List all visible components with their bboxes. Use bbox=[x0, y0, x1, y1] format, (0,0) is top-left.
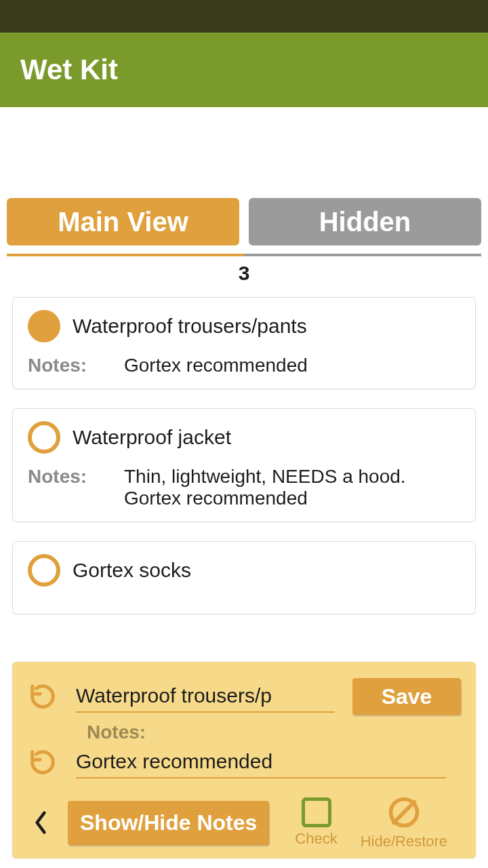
checked-icon[interactable] bbox=[28, 310, 60, 342]
notes-text: Thin, lightweight, NEEDS a hood. Gortex … bbox=[124, 466, 460, 509]
app-bar: Wet Kit bbox=[0, 33, 488, 107]
item-count: 3 bbox=[7, 256, 481, 297]
save-button[interactable]: Save bbox=[352, 678, 461, 715]
item-list: Waterproof trousers/pants Notes: Gortex … bbox=[0, 297, 488, 614]
list-item[interactable]: Gortex socks bbox=[12, 541, 476, 614]
list-item[interactable]: Waterproof trousers/pants Notes: Gortex … bbox=[12, 297, 476, 389]
item-title: Waterproof trousers/pants bbox=[73, 315, 307, 338]
item-title: Gortex socks bbox=[73, 559, 191, 582]
tabs: Main View Hidden bbox=[7, 198, 481, 245]
svg-line-1 bbox=[394, 802, 414, 823]
notes-label: Notes: bbox=[28, 355, 124, 376]
tab-main-view[interactable]: Main View bbox=[7, 198, 239, 245]
back-button[interactable] bbox=[27, 810, 54, 835]
notes-label: Notes: bbox=[28, 466, 124, 509]
status-bar bbox=[0, 0, 488, 33]
item-title-input[interactable] bbox=[76, 680, 335, 713]
item-title: Waterproof jacket bbox=[73, 426, 231, 449]
list-item[interactable]: Waterproof jacket Notes: Thin, lightweig… bbox=[12, 408, 476, 522]
unchecked-icon[interactable] bbox=[28, 554, 60, 587]
notes-text: Gortex recommended bbox=[124, 355, 460, 376]
hide-icon bbox=[386, 795, 422, 830]
tab-underline bbox=[7, 254, 481, 256]
tab-label: Main View bbox=[58, 207, 188, 237]
toggle-notes-button[interactable]: Show/Hide Notes bbox=[68, 801, 269, 845]
action-label: Check bbox=[295, 830, 337, 848]
edit-panel: Save Notes: Show/Hide Notes Check bbox=[12, 662, 476, 859]
check-action[interactable]: Check bbox=[295, 797, 337, 848]
item-notes-input[interactable] bbox=[76, 746, 446, 778]
button-label: Show/Hide Notes bbox=[80, 810, 257, 835]
tab-label: Hidden bbox=[319, 207, 411, 237]
unchecked-icon[interactable] bbox=[28, 421, 60, 454]
action-label: Hide/Restore bbox=[361, 833, 447, 850]
page-title: Wet Kit bbox=[20, 54, 118, 86]
reset-title-icon[interactable] bbox=[27, 681, 58, 712]
reset-notes-icon[interactable] bbox=[27, 747, 58, 778]
checkbox-icon bbox=[302, 797, 331, 827]
hide-restore-action[interactable]: Hide/Restore bbox=[361, 795, 447, 850]
tab-hidden[interactable]: Hidden bbox=[249, 198, 481, 245]
notes-field-label: Notes: bbox=[87, 722, 461, 743]
button-label: Save bbox=[382, 684, 432, 709]
